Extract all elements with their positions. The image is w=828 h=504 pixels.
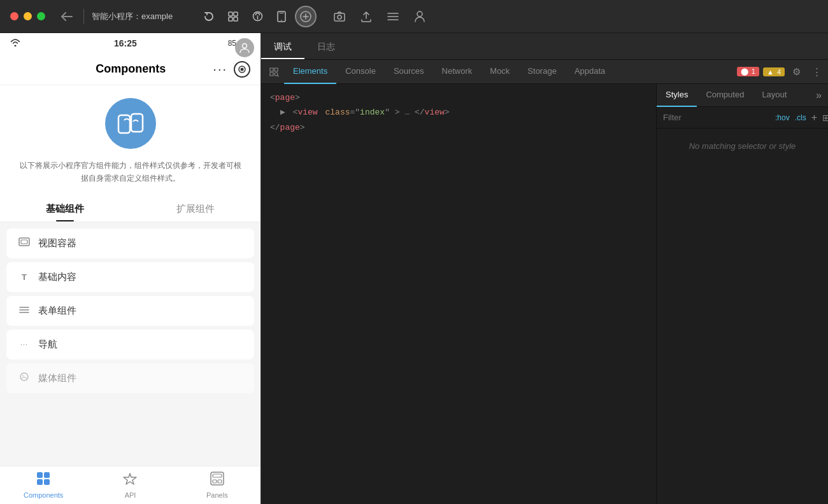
warning-badge: ▲ 4 [763,67,785,76]
svg-point-10 [305,15,307,17]
minimize-button[interactable] [24,12,32,20]
debug-tabs: 调试 日志 [261,33,828,60]
navbar-dots[interactable]: ··· [213,62,227,76]
tab-sources[interactable]: Sources [385,60,433,84]
app-title: 智能小程序：example [92,11,173,22]
tabbar-api[interactable]: API [87,472,173,499]
svg-rect-35 [213,480,217,483]
back-button[interactable] [58,8,76,25]
dom-line-page-close[interactable]: </page> [270,120,647,135]
svg-rect-34 [213,474,222,477]
styles-tabs-more[interactable]: » [810,90,828,101]
svg-rect-30 [44,472,50,478]
tab-network[interactable]: Network [433,60,482,84]
inspect-element-button[interactable] [264,62,284,82]
media-label: 媒体组件 [38,372,76,384]
svg-rect-31 [37,479,43,485]
cursor-button[interactable] [295,6,317,27]
svg-point-28 [22,375,24,377]
cls-toggle[interactable]: .cls [795,113,806,122]
panels-tabbar-label: Panels [206,491,228,499]
elements-toolbar: Elements Console Sources Network Mock St… [261,60,828,84]
more-button[interactable]: ⋮ [808,64,825,80]
settings-button[interactable]: ⚙ [789,64,804,80]
styles-tab-layout[interactable]: Layout [753,84,796,107]
svg-rect-32 [44,479,50,485]
phone-statusbar: 16:25 85 🔋 [0,33,261,53]
switch-button[interactable] [222,6,244,27]
dom-line-page-open[interactable]: <page> [270,90,647,105]
list-item-basic-content[interactable]: T 基础内容 [6,262,254,292]
debug-button[interactable] [246,6,268,27]
components-tabbar-icon [36,472,50,489]
tab-appdata[interactable]: Appdata [566,60,614,84]
tab-storage[interactable]: Storage [518,60,566,84]
styles-panel: Styles Computed Layout » :hov .cls + ⊞ □… [656,84,828,504]
view-container-label: 视图容器 [38,237,76,249]
svg-point-19 [241,67,244,71]
time-display: 16:25 [114,38,137,48]
svg-point-5 [257,15,258,17]
navbar-title: Components [48,62,213,76]
panels-tabbar-icon [210,472,224,489]
devtools-body: <page> ▶ <view class="index" > … </view> [261,84,828,504]
warning-icon: ▲ [767,68,774,76]
hero-logo [105,98,156,149]
hov-toggle[interactable]: :hov [775,113,790,122]
debug-tab-debug[interactable]: 调试 [261,36,304,59]
navbar-right: ··· [213,61,250,78]
list-item-view-container[interactable]: 视图容器 [6,228,254,258]
list-item-nav[interactable]: ··· 导航 [6,330,254,360]
device-button[interactable] [271,6,292,27]
tab-extended-components[interactable]: 扩展组件 [131,195,261,221]
svg-point-12 [338,15,341,19]
dom-line-view[interactable]: ▶ <view class="index" > … </view> [280,105,647,120]
tabbar-components[interactable]: Components [0,472,87,499]
svg-rect-21 [131,114,143,132]
error-badge: ⬤ 1 [737,67,759,76]
statusbar-time [10,39,23,48]
nav-icon: ··· [18,340,31,348]
upload-button[interactable] [356,6,376,27]
screenshot-button[interactable] [329,6,350,27]
svg-rect-11 [334,13,345,21]
warning-count: 4 [777,68,781,76]
tab-console[interactable]: Console [336,60,385,84]
dom-tree: <page> ▶ <view class="index" > … </view> [261,84,656,504]
svg-rect-3 [234,17,238,21]
titlebar-divider [83,9,84,24]
svg-rect-2 [229,17,232,21]
svg-rect-23 [21,240,27,244]
list-item-media[interactable]: 媒体组件 [6,363,254,393]
list-item-form[interactable]: 表单组件 [6,296,254,326]
menu-button[interactable] [383,6,403,27]
navbar-record-button[interactable] [234,61,250,78]
components-tabbar-label: Components [24,491,63,499]
tab-elements[interactable]: Elements [284,60,336,84]
svg-line-38 [278,75,279,76]
grid-view-button[interactable]: ⊞ [822,113,828,123]
nav-label: 导航 [38,339,57,351]
close-button[interactable] [10,12,18,20]
user-button[interactable] [410,6,430,27]
phone-tabs: 基础组件 扩展组件 [0,195,261,222]
reload-button[interactable] [198,6,220,27]
styles-tab-styles[interactable]: Styles [657,84,697,107]
styles-tab-computed[interactable]: Computed [697,84,753,107]
phone-panel-avatar[interactable] [235,38,254,57]
wifi-icon [10,39,20,48]
hero-description: 以下将展示小程序官方组件能力，组件样式仅供参考，开发者可根据自身需求自定义组件样… [19,159,241,185]
tabbar-panels[interactable]: Panels [174,472,261,499]
styles-filter-input[interactable] [663,113,770,122]
tab-basic-components[interactable]: 基础组件 [0,195,131,221]
svg-rect-36 [218,480,222,483]
basic-content-icon: T [18,272,31,282]
maximize-button[interactable] [37,12,45,20]
svg-rect-20 [118,115,130,133]
debug-tab-log[interactable]: 日志 [304,36,348,59]
svg-point-7 [281,20,282,21]
add-style-button[interactable]: + [811,112,817,123]
traffic-lights [10,12,45,20]
tab-mock[interactable]: Mock [481,60,518,84]
main-layout: 16:25 85 🔋 Components ··· [0,33,828,504]
